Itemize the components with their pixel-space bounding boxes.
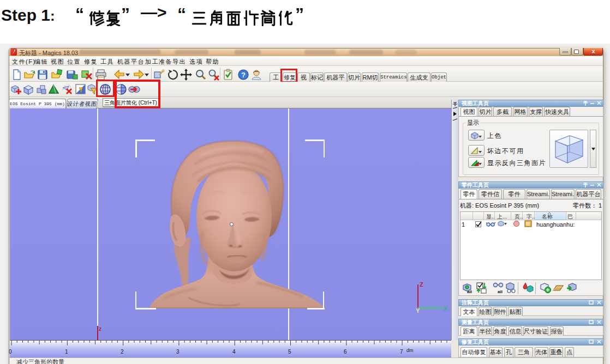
- svg-text:X: X: [444, 305, 448, 312]
- svg-text:Z: Z: [420, 281, 423, 288]
- svg-text:Y: Y: [416, 307, 420, 314]
- svg-text:?: ?: [241, 71, 246, 79]
